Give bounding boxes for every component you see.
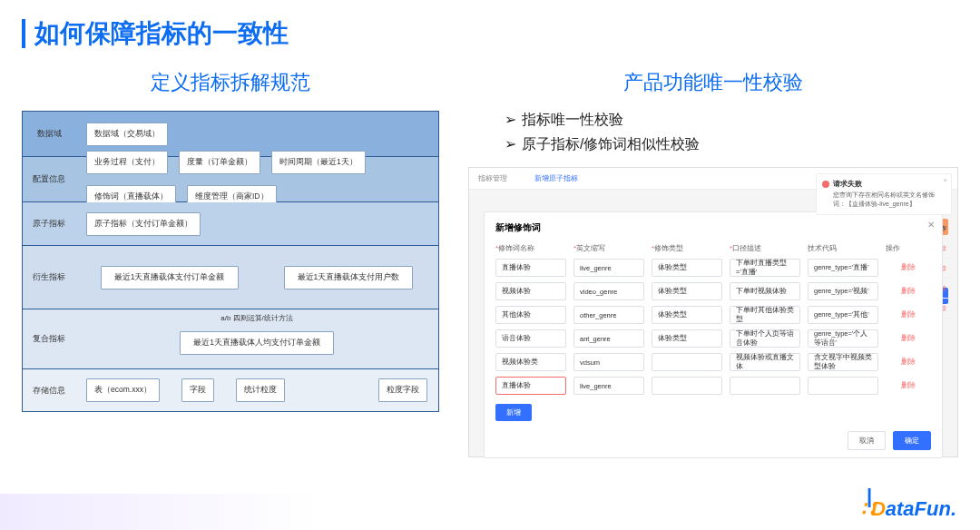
modifier-type-select[interactable]: 体验类型 xyxy=(652,282,722,300)
modifier-code-input[interactable]: ant_genre xyxy=(573,329,644,348)
row-label-storage: 存储信息 xyxy=(23,369,75,411)
modifier-code-input[interactable]: video_genre xyxy=(573,282,644,300)
modifier-tech-input[interactable]: genre_type='视频' xyxy=(808,282,878,300)
modifier-tech-input[interactable] xyxy=(808,377,878,395)
row-label-composite: 复合指标 xyxy=(23,309,75,368)
box-process: 业务过程（支付） xyxy=(86,151,168,174)
title-text: 如何保障指标的一致性 xyxy=(34,16,289,51)
modifier-code-input[interactable]: other_genre xyxy=(573,306,644,324)
right-column: 产品功能唯一性校验 ➢指标唯一性校验 ➢原子指标/修饰词相似性校验 指标管理 新… xyxy=(468,69,958,457)
col-header: *修饰词名称 xyxy=(495,243,566,253)
right-heading: 产品功能唯一性校验 xyxy=(468,69,958,96)
box-derived-b: 最近1天直播载体支付用户数 xyxy=(284,266,414,290)
title-marker xyxy=(22,19,25,48)
modifier-name-input[interactable]: 语音体验 xyxy=(495,329,566,348)
close-icon[interactable]: ✕ xyxy=(927,220,935,230)
row-label-config: 配置信息 xyxy=(23,157,75,201)
modifier-desc-input[interactable]: 下单时个人页等语音体验 xyxy=(730,329,800,348)
modifier-name-input[interactable]: 视频体验类 xyxy=(495,353,566,371)
modifier-type-select[interactable] xyxy=(652,377,722,395)
brand-logo: ∷DataFun.| xyxy=(861,497,956,521)
modifier-code-input[interactable]: live_genre xyxy=(573,259,644,277)
modifier-name-input[interactable]: 视频体验 xyxy=(495,282,566,300)
modifier-type-select[interactable]: 体验类型 xyxy=(652,329,722,348)
col-header: *修饰类型 xyxy=(652,243,722,253)
modifier-type-select[interactable]: 体验类型 xyxy=(652,259,722,277)
product-screenshot: 指标管理 新增原子指标 申请单 请求失败 您查询下存在相同名称或英文名修饰词：【… xyxy=(468,167,958,457)
slide-title: 如何保障指标的一致性 xyxy=(22,16,958,51)
add-row-button[interactable]: 新增 xyxy=(495,404,532,421)
close-icon[interactable]: × xyxy=(943,176,947,184)
delete-row-link[interactable]: 删除 xyxy=(886,287,931,296)
row-label-derived: 衍生指标 xyxy=(23,246,75,309)
modifier-tech-input[interactable]: 含文视字中视频类型体验 xyxy=(808,353,878,371)
col-header: 操作 xyxy=(886,243,931,253)
error-toast: 请求失败 您查询下存在相同名称或英文名修饰词：【直播体验-live_genre】… xyxy=(816,173,952,215)
delete-row-link[interactable]: 删除 xyxy=(886,310,931,319)
modifier-desc-input[interactable] xyxy=(730,377,800,395)
left-column: 定义指标拆解规范 数据域 数据域（交易域） 配置信息 业务过程（支付） 度量（订… xyxy=(22,69,439,457)
delete-row-link[interactable]: 删除 xyxy=(886,263,931,272)
modifier-desc-input[interactable]: 下单时直播类型='直播' xyxy=(730,259,800,277)
box-table: 表（ecom.xxx） xyxy=(86,378,160,402)
box-period: 时间周期（最近1天） xyxy=(271,151,366,174)
box-atomic: 原子指标（支付订单金额） xyxy=(86,212,201,236)
col-header: *口径描述 xyxy=(730,243,800,253)
chevron-right-icon: ➢ xyxy=(505,111,516,128)
delete-row-link[interactable]: 删除 xyxy=(886,334,931,343)
pipe-icon: | xyxy=(867,485,872,508)
toast-title: 请求失败 xyxy=(833,180,946,189)
row-label-atomic: 原子指标 xyxy=(23,202,75,245)
toast-body: 您查询下存在相同名称或英文名修饰词：【直播体验-live_genre】 xyxy=(833,191,946,209)
add-modifier-modal: ✕ 新增修饰词 *修饰词名称 *英文缩写 *修饰类型 *口径描述 技术代码 操作… xyxy=(484,211,943,458)
modifier-name-input-error[interactable]: 直播体验 xyxy=(495,377,566,395)
left-heading: 定义指标拆解规范 xyxy=(22,69,439,96)
box-grain-field: 粒度字段 xyxy=(378,378,427,402)
delete-row-link[interactable]: 删除 xyxy=(886,358,931,367)
bullet-uniqueness: ➢指标唯一性校验 xyxy=(505,111,958,130)
box-derived-a: 最近1天直播载体支付订单金额 xyxy=(101,266,239,290)
modifier-tech-input[interactable]: genre_type='其他' xyxy=(808,306,878,324)
col-header: 技术代码 xyxy=(808,243,878,253)
topbar-tab[interactable]: 指标管理 xyxy=(478,173,507,183)
box-field: 字段 xyxy=(181,378,214,402)
modifier-desc-input[interactable]: 下单时视频体验 xyxy=(730,282,800,300)
modifier-desc-input[interactable]: 视频体验或直播文体 xyxy=(730,353,800,371)
box-grain: 统计粒度 xyxy=(236,378,285,402)
modifier-code-input[interactable]: vdsum xyxy=(573,353,644,371)
modifier-code-input[interactable]: live_genre xyxy=(573,377,644,395)
modifier-tech-input[interactable]: genre_type='直播' xyxy=(808,259,878,277)
bullet-similarity: ➢原子指标/修饰词相似性校验 xyxy=(505,135,958,154)
decomposition-diagram: 数据域 数据域（交易域） 配置信息 业务过程（支付） 度量（订单金额） 时间周期… xyxy=(22,111,439,412)
topbar-tab-active[interactable]: 新增原子指标 xyxy=(534,173,578,183)
row-label-domain: 数据域 xyxy=(23,112,75,156)
modifier-type-select[interactable]: 体验类型 xyxy=(652,306,722,324)
ab-formula-label: a/b 四则运算/统计方法 xyxy=(220,313,293,323)
col-header: *英文缩写 xyxy=(573,243,644,253)
chevron-right-icon: ➢ xyxy=(505,135,516,152)
delete-row-link[interactable]: 删除 xyxy=(886,381,931,390)
decorative-haze xyxy=(0,494,318,530)
box-measure: 度量（订单金额） xyxy=(179,151,260,174)
modifier-type-select[interactable] xyxy=(652,353,722,371)
box-composite: 最近1天直播载体人均支付订单金额 xyxy=(180,331,334,355)
modifier-tech-input[interactable]: genre_type='个人等语音' xyxy=(808,329,878,348)
modifier-desc-input[interactable]: 下单时其他体验类型 xyxy=(730,306,800,324)
modal-title: 新增修饰词 xyxy=(495,221,931,234)
modifier-name-input[interactable]: 直播体验 xyxy=(495,259,566,277)
confirm-button[interactable]: 确定 xyxy=(893,431,931,450)
cancel-button[interactable]: 取消 xyxy=(848,431,886,450)
modifier-name-input[interactable]: 其他体验 xyxy=(495,306,566,324)
